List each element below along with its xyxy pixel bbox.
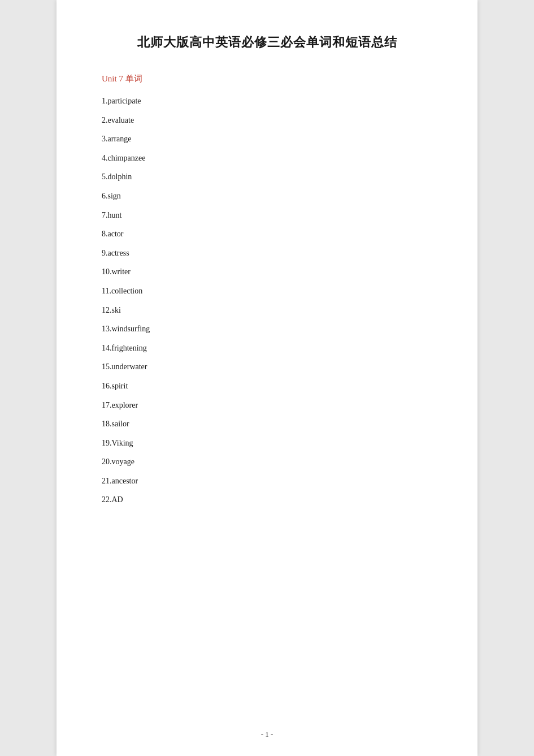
list-item: 1.participate [102,96,432,107]
unit-heading: Unit 7 单词 [102,74,432,84]
list-item: 15.underwater [102,361,432,373]
list-item: 18.sailor [102,418,432,430]
list-item: 10.writer [102,266,432,278]
list-item: 12.ski [102,305,432,316]
list-item: 11.collection [102,286,432,297]
list-item: 4.chimpanzee [102,153,432,164]
list-item: 22.AD [102,494,432,506]
list-item: 7.hunt [102,210,432,221]
list-item: 13.windsurfing [102,323,432,335]
word-list: 1.participate2.evaluate3.arrange4.chimpa… [102,96,432,506]
list-item: 5.dolphin [102,171,432,183]
list-item: 17.explorer [102,400,432,411]
list-item: 9.actress [102,248,432,259]
document-page: 北师大版高中英语必修三必会单词和短语总结 Unit 7 单词 1.partici… [57,0,477,756]
list-item: 16.spirit [102,381,432,392]
list-item: 20.voyage [102,456,432,468]
page-title: 北师大版高中英语必修三必会单词和短语总结 [102,34,432,51]
page-footer: - 1 - [57,730,477,739]
list-item: 14.frightening [102,343,432,354]
list-item: 2.evaluate [102,115,432,126]
list-item: 3.arrange [102,133,432,145]
list-item: 21.ancestor [102,476,432,487]
list-item: 19.Viking [102,438,432,449]
list-item: 6.sign [102,191,432,202]
list-item: 8.actor [102,228,432,240]
